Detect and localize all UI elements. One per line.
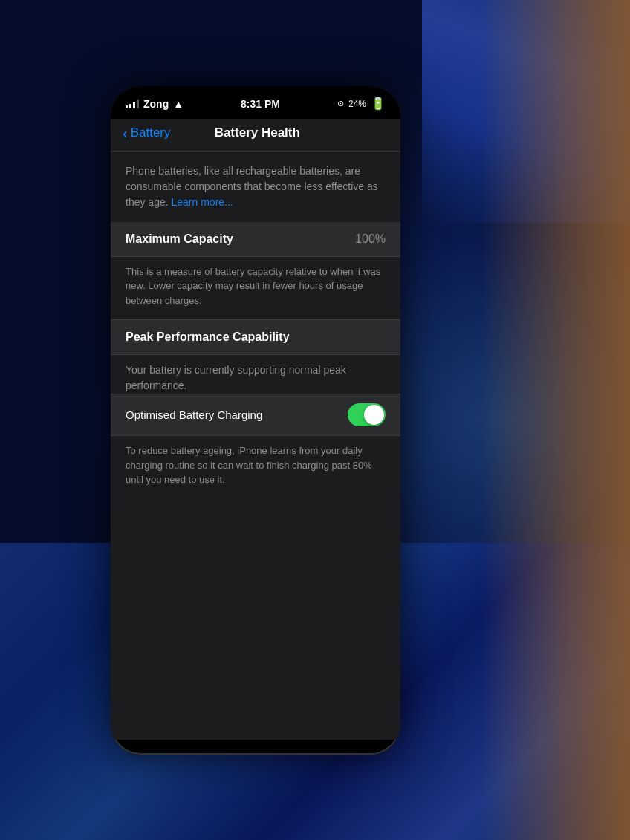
- intro-text: Phone batteries, like all rechargeable b…: [126, 163, 386, 210]
- carrier-name: Zong: [143, 98, 169, 110]
- screen-content: Phone batteries, like all rechargeable b…: [111, 152, 400, 740]
- status-left: Zong ▲: [126, 98, 184, 110]
- back-button[interactable]: ‹ Battery: [123, 125, 171, 142]
- intro-section: Phone batteries, like all rechargeable b…: [111, 152, 400, 222]
- maximum-capacity-row: Maximum Capacity 100%: [111, 222, 400, 257]
- signal-bar-4: [137, 100, 139, 108]
- learn-more-link[interactable]: Learn more...: [172, 196, 233, 208]
- signal-bar-1: [126, 105, 128, 108]
- signal-bars: [126, 100, 139, 108]
- optimised-charging-row: Optimised Battery Charging: [111, 394, 400, 436]
- maximum-capacity-description: This is a measure of battery capacity re…: [111, 257, 400, 320]
- peak-performance-description-text: Your battery is currently supporting nor…: [126, 362, 386, 394]
- maximum-capacity-value: 100%: [355, 232, 386, 246]
- maximum-capacity-section: Maximum Capacity 100% This is a measure …: [111, 222, 400, 320]
- toggle-thumb: [364, 405, 384, 425]
- peak-performance-description-area: Your battery is currently supporting nor…: [111, 355, 400, 394]
- peak-performance-header: Peak Performance Capability: [111, 319, 400, 355]
- optimised-charging-toggle[interactable]: [348, 403, 386, 426]
- signal-bar-2: [129, 104, 131, 108]
- phone-screen: Zong ▲ 8:31 PM ⊙ 24% 🔋 ‹ Battery Battery…: [111, 86, 400, 755]
- hand-overlay: [481, 0, 630, 840]
- battery-indicator-icon: ⊙: [337, 99, 344, 108]
- navigation-bar: ‹ Battery Battery Health: [111, 119, 400, 152]
- signal-bar-3: [133, 102, 135, 108]
- optimised-charging-label: Optimised Battery Charging: [126, 408, 262, 421]
- maximum-capacity-description-text: This is a measure of battery capacity re…: [126, 264, 386, 308]
- toggle-track: [348, 403, 386, 426]
- optimised-charging-description-text: To reduce battery ageing, iPhone learns …: [126, 443, 386, 487]
- peak-performance-section: Peak Performance Capability Your battery…: [111, 319, 400, 394]
- optimised-charging-description-area: To reduce battery ageing, iPhone learns …: [111, 436, 400, 499]
- maximum-capacity-label: Maximum Capacity: [126, 232, 233, 246]
- wifi-icon: ▲: [173, 98, 184, 110]
- battery-icon: 🔋: [371, 97, 386, 111]
- status-bar: Zong ▲ 8:31 PM ⊙ 24% 🔋: [111, 86, 400, 119]
- optimised-charging-section: Optimised Battery Charging To reduce bat…: [111, 394, 400, 499]
- battery-percent: 24%: [348, 99, 366, 109]
- page-title: Battery Health: [171, 126, 344, 140]
- back-chevron-icon: ‹: [123, 125, 128, 142]
- back-button-label: Battery: [131, 126, 171, 140]
- peak-performance-label: Peak Performance Capability: [126, 331, 290, 343]
- status-right: ⊙ 24% 🔋: [337, 97, 386, 111]
- status-time: 8:31 PM: [241, 98, 280, 110]
